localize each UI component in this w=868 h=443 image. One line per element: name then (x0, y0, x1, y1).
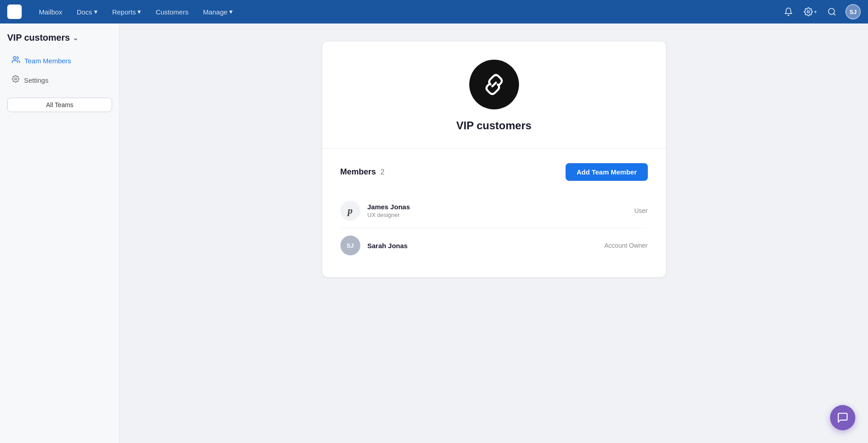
add-team-member-button[interactable]: Add Team Member (566, 163, 647, 181)
sidebar-nav: Team Members Settings (7, 52, 112, 89)
nav-docs[interactable]: Docs ▾ (71, 5, 104, 19)
member-name: Sarah Jonas (368, 242, 604, 250)
member-avatar-james: p (340, 201, 360, 221)
notifications-icon[interactable] (780, 4, 797, 20)
member-role: Account Owner (604, 242, 648, 249)
team-members-icon (12, 56, 20, 66)
member-row: SJ Sarah Jonas Account Owner (340, 228, 648, 263)
sidebar-item-team-members[interactable]: Team Members (7, 52, 112, 70)
member-name: James Jonas (368, 203, 634, 211)
chat-button[interactable] (830, 405, 855, 430)
svg-point-3 (14, 57, 16, 59)
team-card: VIP customers Members 2 Add Team Member … (322, 42, 666, 277)
team-name: VIP customers (456, 119, 531, 132)
members-count: 2 (381, 168, 385, 176)
settings-icon (12, 75, 19, 85)
members-section: Members 2 Add Team Member p James Jonas … (322, 149, 666, 277)
chevron-down-icon: ⌄ (73, 34, 78, 42)
members-label: Members 2 (340, 167, 385, 177)
chevron-down-icon: ▾ (229, 8, 233, 16)
settings-icon[interactable]: ▾ (802, 4, 818, 20)
member-info-sarah: Sarah Jonas (368, 242, 604, 250)
app-logo[interactable] (7, 5, 22, 19)
chevron-down-icon: ▾ (137, 8, 141, 16)
team-header: VIP customers (322, 42, 666, 149)
team-logo (469, 60, 519, 109)
sidebar: VIP customers ⌄ Team Members Sett (0, 24, 120, 443)
team-selector[interactable]: VIP customers ⌄ (7, 33, 112, 43)
nav-customers[interactable]: Customers (149, 5, 195, 19)
nav-mailbox[interactable]: Mailbox (33, 5, 69, 19)
svg-point-4 (14, 78, 16, 80)
sidebar-item-settings[interactable]: Settings (7, 71, 112, 89)
nav-reports[interactable]: Reports ▾ (106, 5, 148, 19)
member-sub-role: UX designer (368, 212, 634, 218)
member-avatar-sarah: SJ (340, 236, 360, 255)
nav-right-actions: ▾ SJ (780, 4, 861, 20)
nav-manage[interactable]: Manage ▾ (197, 5, 239, 19)
main-content: VIP customers Members 2 Add Team Member … (120, 24, 868, 443)
search-icon[interactable] (824, 4, 840, 20)
all-teams-button[interactable]: All Teams (7, 98, 112, 112)
member-info-james: James Jonas UX designer (368, 203, 634, 218)
chevron-down-icon: ▾ (814, 9, 817, 15)
member-row: p James Jonas UX designer User (340, 193, 648, 228)
chevron-down-icon: ▾ (94, 8, 98, 16)
svg-point-0 (807, 11, 809, 13)
nav-items: Mailbox Docs ▾ Reports ▾ Customers Manag… (33, 5, 780, 19)
member-role: User (634, 207, 648, 214)
team-logo-icon (481, 71, 508, 98)
user-avatar[interactable]: SJ (845, 4, 861, 19)
members-header: Members 2 Add Team Member (340, 163, 648, 181)
top-navigation: Mailbox Docs ▾ Reports ▾ Customers Manag… (0, 0, 868, 24)
svg-line-2 (834, 14, 835, 15)
